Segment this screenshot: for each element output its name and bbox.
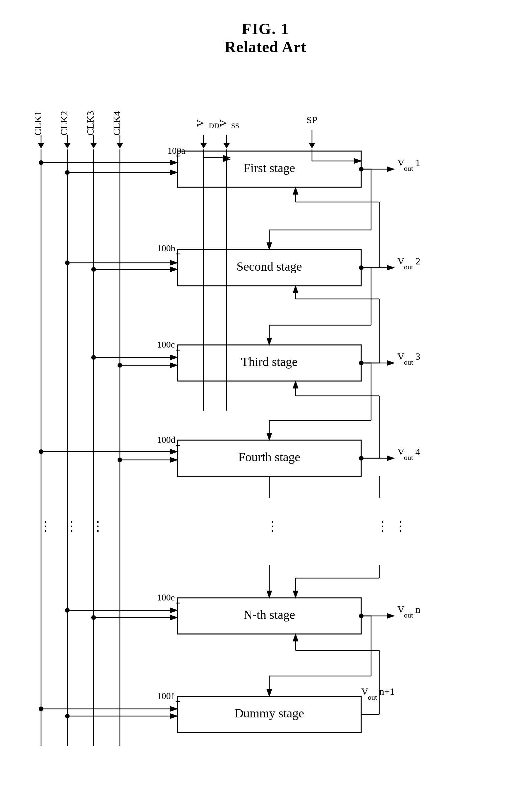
vss-sub: SS	[231, 121, 239, 130]
dots5: ⋮	[376, 519, 389, 534]
second-stage-label: Second stage	[236, 260, 302, 273]
ref-100d: 100d	[157, 435, 175, 445]
ref-100c: 100c	[157, 339, 175, 349]
vout2-sub: out	[404, 263, 413, 271]
vout2-num: 2	[415, 256, 421, 266]
vdd-arrow	[200, 143, 207, 148]
voutn1-label: V	[361, 686, 368, 697]
first-stage-label: First stage	[244, 161, 295, 175]
vss-label: V	[218, 119, 228, 127]
dots4: ⋮	[266, 519, 279, 534]
voutn-sub: out	[404, 611, 413, 619]
ref-100e: 100e	[157, 592, 175, 603]
dots1: ⋮	[39, 519, 52, 534]
vdd-label: V	[195, 119, 206, 127]
vss-arrow	[223, 143, 230, 148]
vout4-label: V	[397, 446, 404, 457]
ref-100f: 100f	[157, 691, 174, 701]
voutn1-sub: out	[368, 693, 377, 701]
clk3-label: CLK3	[85, 111, 95, 136]
voutn-label: V	[397, 604, 404, 614]
sp-label: SP	[306, 114, 317, 125]
clk4-arrow	[117, 143, 123, 148]
vout1-sub: out	[404, 164, 413, 172]
third-stage-label: Third stage	[241, 355, 297, 368]
clk1-arrow	[38, 143, 44, 148]
vout3-num: 3	[415, 351, 421, 362]
circuit-diagram: CLK1 CLK2 CLK3 CLK4 V DD V SS SP First s…	[0, 72, 531, 811]
dots3: ⋮	[91, 519, 104, 534]
dots6: ⋮	[394, 519, 407, 534]
voutn1-num: n+1	[379, 686, 395, 697]
nth-stage-label: N-th stage	[244, 608, 295, 622]
clk3-arrow	[90, 143, 97, 148]
vout4-num: 4	[415, 446, 421, 457]
sp-arrow	[309, 143, 315, 148]
vout1-label: V	[397, 157, 404, 168]
clk1-label: CLK1	[32, 111, 43, 136]
vout4-sub: out	[404, 453, 413, 462]
dummy-stage-label: Dummy stage	[235, 706, 304, 720]
vout2-label: V	[397, 256, 404, 266]
voutn-n: n	[415, 604, 421, 614]
title-line2: Related Art	[0, 38, 531, 56]
clk4-label: CLK4	[111, 111, 122, 136]
ref-100b: 100b	[157, 243, 175, 253]
diagram-container: CLK1 CLK2 CLK3 CLK4 V DD V SS SP First s…	[0, 72, 531, 795]
clk2-label: CLK2	[58, 111, 69, 136]
fourth-stage-label: Fourth stage	[238, 450, 300, 464]
title-line1: FIG. 1	[0, 20, 531, 38]
vout3-label: V	[397, 351, 404, 362]
vout3-sub: out	[404, 358, 413, 366]
clk2-arrow	[64, 143, 71, 148]
dots2: ⋮	[65, 519, 78, 534]
ref-100a: 100a	[167, 146, 186, 156]
vout1-num: 1	[415, 157, 421, 168]
title-area: FIG. 1 Related Art	[0, 0, 531, 56]
